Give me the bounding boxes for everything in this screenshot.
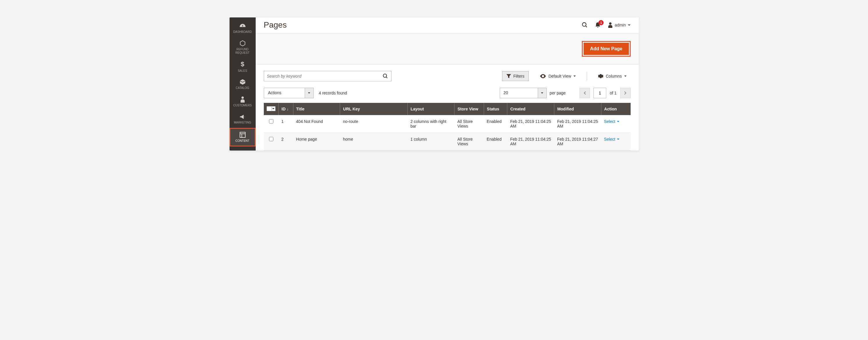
chevron-down-icon bbox=[617, 139, 619, 140]
search-box[interactable] bbox=[264, 71, 392, 81]
th-layout[interactable]: Layout bbox=[407, 103, 455, 115]
row-checkbox[interactable] bbox=[269, 119, 273, 123]
th-storeview[interactable]: Store View bbox=[455, 103, 484, 115]
person-icon bbox=[240, 96, 245, 103]
actions-caret[interactable] bbox=[305, 88, 313, 98]
main: Pages 1 admin Add New Page bbox=[256, 18, 639, 150]
row-select-action[interactable]: Select bbox=[604, 137, 619, 142]
page-title: Pages bbox=[264, 20, 582, 30]
action-bar: Add New Page bbox=[256, 33, 639, 64]
select-all-checkbox[interactable] bbox=[267, 107, 271, 111]
search-icon-button[interactable] bbox=[582, 22, 588, 28]
chevron-down-icon bbox=[624, 76, 626, 77]
chevron-down-icon bbox=[574, 76, 576, 77]
select-all-dropdown[interactable] bbox=[272, 107, 275, 111]
th-checkbox[interactable] bbox=[264, 103, 279, 115]
cell-status: Enabled bbox=[484, 115, 507, 133]
cell-modified: Feb 21, 2019 11:04:25 AM bbox=[554, 115, 601, 133]
table-header-row: ID↓ Title URL Key Layout Store View Stat… bbox=[264, 103, 630, 115]
th-modified[interactable]: Modified bbox=[554, 103, 601, 115]
chevron-down-icon bbox=[541, 92, 543, 93]
gear-icon bbox=[598, 74, 603, 79]
pages-table: ID↓ Title URL Key Layout Store View Stat… bbox=[264, 103, 630, 150]
add-new-page-button[interactable]: Add New Page bbox=[584, 43, 628, 55]
sidebar-item-refund[interactable]: REFUND REQUEST bbox=[229, 37, 256, 58]
dollar-icon: $ bbox=[241, 60, 244, 68]
columns-button[interactable]: Columns bbox=[594, 71, 630, 81]
th-created[interactable]: Created bbox=[507, 103, 554, 115]
sort-arrow-icon: ↓ bbox=[287, 107, 288, 111]
row-select-action[interactable]: Select bbox=[604, 119, 619, 124]
actions-select[interactable]: Actions bbox=[264, 88, 314, 98]
filters-label: Filters bbox=[514, 74, 524, 79]
svg-line-9 bbox=[386, 77, 387, 78]
sidebar-item-catalog[interactable]: CATALOG bbox=[229, 76, 256, 93]
actions-label: Actions bbox=[264, 88, 305, 98]
chevron-down-icon bbox=[628, 24, 630, 26]
sidebar-item-content[interactable]: CONTENT bbox=[229, 128, 256, 146]
cell-created: Feb 21, 2019 11:04:25 AM bbox=[507, 133, 554, 150]
columns-label: Columns bbox=[606, 74, 622, 79]
cell-urlkey: home bbox=[340, 133, 407, 150]
megaphone-icon bbox=[240, 114, 246, 120]
pager-prev-button[interactable] bbox=[580, 88, 590, 98]
cell-storeview: All Store Views bbox=[455, 115, 484, 133]
svg-point-7 bbox=[609, 22, 612, 25]
cell-status: Enabled bbox=[484, 133, 507, 150]
notifications-icon-button[interactable]: 1 bbox=[595, 22, 601, 28]
pager-next-button[interactable] bbox=[620, 88, 630, 98]
th-title[interactable]: Title bbox=[293, 103, 340, 115]
sidebar-item-sales[interactable]: $ SALES bbox=[229, 58, 256, 76]
table-row: 2 Home page home 1 column All Store View… bbox=[264, 133, 630, 150]
add-button-highlight: Add New Page bbox=[582, 41, 630, 57]
sidebar-item-label: CUSTOMERS bbox=[233, 104, 252, 107]
box-icon bbox=[240, 79, 246, 85]
pager-page-input[interactable] bbox=[593, 88, 606, 98]
chevron-down-icon bbox=[308, 92, 310, 93]
eye-icon bbox=[540, 74, 546, 78]
default-view-button[interactable]: Default View bbox=[536, 72, 580, 81]
cell-layout: 2 columns with right bar bbox=[407, 115, 455, 133]
user-menu[interactable]: admin bbox=[608, 22, 630, 28]
sidebar-item-marketing[interactable]: MARKETING bbox=[229, 110, 256, 128]
row-checkbox[interactable] bbox=[269, 137, 273, 141]
pager-of-text: of 1 bbox=[610, 91, 616, 95]
cell-storeview: All Store Views bbox=[455, 133, 484, 150]
svg-line-6 bbox=[586, 26, 587, 27]
records-found-text: 4 records found bbox=[319, 91, 347, 95]
filters-button[interactable]: Filters bbox=[502, 71, 529, 81]
search-input[interactable] bbox=[267, 74, 382, 79]
notification-badge: 1 bbox=[598, 20, 603, 25]
svg-point-1 bbox=[242, 96, 244, 99]
svg-rect-2 bbox=[240, 132, 245, 138]
th-urlkey[interactable]: URL Key bbox=[340, 103, 407, 115]
hexagon-icon bbox=[240, 40, 246, 47]
th-id[interactable]: ID↓ bbox=[279, 103, 293, 115]
divider bbox=[587, 72, 587, 81]
app-window: DASHBOARD REFUND REQUEST $ SALES CATALOG… bbox=[229, 18, 639, 150]
sidebar-item-dashboard[interactable]: DASHBOARD bbox=[229, 20, 256, 37]
per-page-control: 20 per page bbox=[500, 88, 566, 98]
gauge-icon bbox=[239, 23, 246, 29]
cell-layout: 1 column bbox=[407, 133, 455, 150]
funnel-icon bbox=[506, 74, 511, 78]
header-icons: 1 admin bbox=[582, 22, 630, 28]
svg-point-8 bbox=[383, 74, 386, 78]
search-icon[interactable] bbox=[382, 73, 388, 79]
per-page-caret[interactable] bbox=[538, 88, 547, 98]
sidebar-item-label: CONTENT bbox=[235, 139, 249, 143]
cell-id: 1 bbox=[279, 115, 293, 133]
controls-row: Actions 4 records found 20 per page of 1 bbox=[256, 85, 639, 103]
sidebar-item-label: DASHBOARD bbox=[233, 30, 252, 34]
layout-icon bbox=[240, 132, 246, 138]
per-page-select[interactable]: 20 bbox=[500, 88, 547, 98]
sidebar-item-label: SALES bbox=[238, 69, 247, 73]
cell-title: 404 Not Found bbox=[293, 115, 340, 133]
per-page-value: 20 bbox=[500, 88, 538, 98]
chevron-down-icon bbox=[617, 121, 619, 122]
svg-marker-0 bbox=[240, 41, 245, 46]
th-action: Action bbox=[601, 103, 630, 115]
sidebar-item-customers[interactable]: CUSTOMERS bbox=[229, 93, 256, 110]
cell-modified: Feb 21, 2019 11:04:27 AM bbox=[554, 133, 601, 150]
th-status[interactable]: Status bbox=[484, 103, 507, 115]
